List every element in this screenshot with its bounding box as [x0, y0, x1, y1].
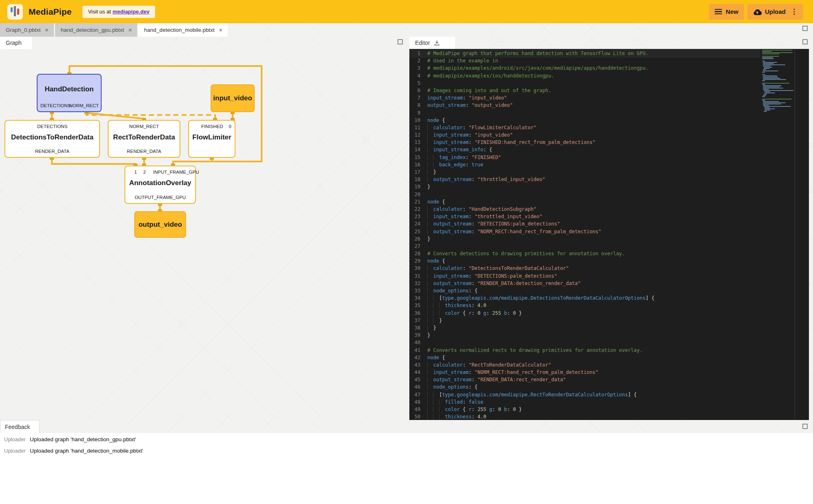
- code-row[interactable]: 27: [409, 243, 760, 250]
- code-line-text[interactable]: thickness: 4.0: [427, 302, 486, 309]
- code-row[interactable]: 12 input_stream: "input_video": [409, 131, 760, 139]
- code-line-text[interactable]: calculator: "FlowLimiterCalculator": [427, 124, 536, 131]
- node-hand-detection[interactable]: HandDetection DETECTIONS NORM_RECT: [37, 74, 102, 112]
- code-line-text[interactable]: back_edge: true: [427, 161, 483, 168]
- code-row[interactable]: 22 calculator: "HandDetectionSubgraph": [409, 206, 760, 213]
- code-line-text[interactable]: calculator: "HandDetectionSubgraph": [427, 206, 536, 213]
- code-line-text[interactable]: node {: [427, 257, 445, 265]
- code-line-text[interactable]: # Converts normalized rects to drawing p…: [427, 347, 642, 354]
- code-editor[interactable]: 1# MediaPipe graph that performs hand de…: [409, 49, 809, 420]
- code-row[interactable]: 15 tag_index: "FINISHED": [409, 154, 760, 161]
- code-line-text[interactable]: [type.googleapis.com/mediapipe.Detection…: [427, 294, 654, 302]
- code-line-text[interactable]: }: [427, 324, 436, 332]
- code-row[interactable]: 9: [409, 109, 760, 117]
- node-annotation-overlay[interactable]: 1 2 INPUT_FRAME_GPU AnnotationOverlay OU…: [124, 166, 196, 204]
- code-row[interactable]: 38 }: [409, 324, 760, 332]
- code-row[interactable]: 33 node_options: {: [409, 287, 760, 294]
- code-line-text[interactable]: output_stream: "RENDER_DATA:rect_render_…: [427, 376, 566, 383]
- code-row[interactable]: 43 calculator: "RectToRenderDataCalculat…: [409, 361, 760, 369]
- maximize-graph-panel-icon[interactable]: [398, 39, 403, 44]
- code-line-text[interactable]: calculator: "DetectionsToRenderDataCalcu…: [427, 265, 569, 272]
- code-line-text[interactable]: output_stream: "output_video": [427, 102, 513, 109]
- code-row[interactable]: 32 output_stream: "RENDER_DATA:detection…: [409, 280, 760, 287]
- maximize-feedback-panel-icon[interactable]: [802, 424, 808, 429]
- code-row[interactable]: 3# mediapipie/examples/android/src/java/…: [409, 64, 760, 72]
- code-line-text[interactable]: output_stream: "RENDER_DATA:detection_re…: [427, 280, 581, 287]
- node-detections-to-render-data[interactable]: DETECTIONS DetectionsToRenderData RENDER…: [4, 120, 100, 158]
- code-row[interactable]: 28# Converts detections to drawing primi…: [409, 250, 760, 257]
- code-row[interactable]: 31 input_stream: "DETECTIONS:palm_detect…: [409, 272, 760, 280]
- code-line-text[interactable]: }: [427, 317, 442, 324]
- code-line-text[interactable]: input_stream: "input_video": [427, 94, 507, 102]
- new-button[interactable]: New: [709, 4, 744, 20]
- code-row[interactable]: 5: [409, 80, 760, 87]
- code-row[interactable]: 1# MediaPipe graph that performs hand de…: [409, 50, 760, 57]
- code-row[interactable]: 24 output_stream: "DETECTIONS:palm_detec…: [409, 220, 760, 228]
- upload-button[interactable]: Upload ⋮: [747, 4, 803, 20]
- code-row[interactable]: 29node {: [409, 257, 760, 265]
- code-row[interactable]: 21node {: [409, 198, 760, 206]
- node-rect-to-render-data[interactable]: NORM_RECT RectToRenderData RENDER_DATA: [108, 120, 180, 158]
- code-line-text[interactable]: # mediapipie/examples/ios/handdetectiong…: [427, 72, 554, 80]
- tab-graph-0[interactable]: Graph_0.pbtxt ✕: [0, 23, 54, 37]
- code-line-text[interactable]: thickness: 4.0: [427, 413, 486, 420]
- close-icon[interactable]: ✕: [128, 27, 132, 33]
- code-row[interactable]: 6# Images coming into and out of the gra…: [409, 87, 760, 94]
- code-line-text[interactable]: color { r: 0 g: 255 b: 0 }: [427, 309, 522, 317]
- code-line-text[interactable]: }: [427, 235, 430, 243]
- code-row[interactable]: 18 output_stream: "throttled_input_video…: [409, 176, 760, 183]
- code-line-text[interactable]: }: [427, 168, 436, 176]
- code-line-text[interactable]: input_stream: "FINISHED:hand_rect_from_p…: [427, 139, 595, 146]
- code-line-text[interactable]: output_stream: "NORM_RECT:hand_rect_from…: [427, 228, 601, 235]
- code-row[interactable]: 26}: [409, 235, 760, 243]
- code-line-text[interactable]: input_stream: "DETECTIONS:palm_detection…: [427, 272, 557, 280]
- maximize-window-icon[interactable]: [802, 26, 808, 31]
- code-row[interactable]: 11 calculator: "FlowLimiterCalculator": [409, 124, 760, 131]
- code-line-text[interactable]: [type.googleapis.com/mediapipe.RectToRen…: [427, 391, 637, 398]
- node-output-video[interactable]: output_video: [134, 211, 186, 238]
- code-row[interactable]: 48 filled: false: [409, 398, 760, 406]
- close-icon[interactable]: ✕: [45, 27, 49, 33]
- code-line-text[interactable]: # Used in the example in: [427, 57, 498, 64]
- code-line-text[interactable]: output_stream: "DETECTIONS:palm_detectio…: [427, 220, 560, 228]
- node-flow-limiter[interactable]: FINISHED 0 FlowLimiter: [188, 120, 235, 158]
- code-row[interactable]: 10node {: [409, 117, 760, 124]
- code-line-text[interactable]: # Converts detections to drawing primiti…: [427, 250, 625, 257]
- code-row[interactable]: 30 calculator: "DetectionsToRenderDataCa…: [409, 265, 760, 272]
- tab-graph-panel[interactable]: Graph: [0, 37, 32, 49]
- code-row[interactable]: 8output_stream: "output_video": [409, 102, 760, 109]
- tab-hand-detection-gpu[interactable]: hand_detection_gpu.pbtxt ✕: [55, 23, 137, 37]
- maximize-editor-panel-icon[interactable]: [802, 39, 808, 44]
- code-row[interactable]: 20: [409, 191, 760, 198]
- code-row[interactable]: 46 node_options: {: [409, 383, 760, 391]
- code-line-text[interactable]: node {: [427, 354, 445, 361]
- code-line-text[interactable]: # mediapipie/examples/android/src/java/c…: [427, 64, 649, 72]
- code-row[interactable]: 41# Converts normalized rects to drawing…: [409, 347, 760, 354]
- code-line-text[interactable]: node_options: {: [427, 287, 478, 294]
- code-row[interactable]: 35 thickness: 4.0: [409, 302, 760, 309]
- visit-us-button[interactable]: Visit us at mediapipe.dev: [82, 6, 155, 18]
- code-line-text[interactable]: node {: [427, 198, 445, 206]
- code-row[interactable]: 47 [type.googleapis.com/mediapipe.RectTo…: [409, 391, 760, 398]
- code-row[interactable]: 23 input_stream: "throttled_input_video": [409, 213, 760, 220]
- code-line-text[interactable]: }: [427, 332, 430, 339]
- code-line-text[interactable]: output_stream: "throttled_input_video": [427, 176, 545, 183]
- code-line-text[interactable]: input_stream: "input_video": [427, 131, 513, 139]
- code-row[interactable]: 49 color { r: 255 g: 0 b: 0 }: [409, 406, 760, 413]
- code-row[interactable]: 50 thickness: 4.0: [409, 413, 760, 420]
- code-lines[interactable]: 1# MediaPipe graph that performs hand de…: [409, 50, 760, 420]
- code-row[interactable]: 42node {: [409, 354, 760, 361]
- code-line-text[interactable]: tag_index: "FINISHED": [427, 154, 501, 161]
- code-line-text[interactable]: input_stream: "throttled_input_video": [427, 213, 542, 220]
- code-row[interactable]: 34 [type.googleapis.com/mediapipe.Detect…: [409, 294, 760, 302]
- tab-feedback[interactable]: Feedback: [0, 420, 40, 433]
- code-row[interactable]: 39}: [409, 332, 760, 339]
- tab-editor-panel[interactable]: Editor: [409, 37, 455, 49]
- code-row[interactable]: 7input_stream: "input_video": [409, 94, 760, 102]
- code-row[interactable]: 25 output_stream: "NORM_RECT:hand_rect_f…: [409, 228, 760, 235]
- graph-canvas[interactable]: HandDetection DETECTIONS NORM_RECT input…: [0, 49, 409, 420]
- code-line-text[interactable]: input_stream_info: {: [427, 146, 492, 153]
- code-row[interactable]: 45 output_stream: "RENDER_DATA:rect_rend…: [409, 376, 760, 383]
- code-line-text[interactable]: # Images coming into and out of the grap…: [427, 87, 551, 94]
- code-row[interactable]: 44 input_stream: "NORM_RECT:hand_rect_fr…: [409, 369, 760, 376]
